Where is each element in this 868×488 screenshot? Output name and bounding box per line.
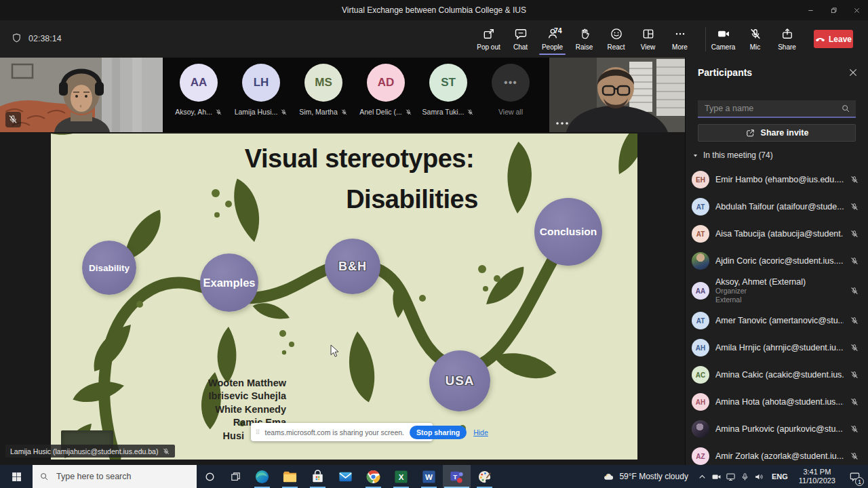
participant-search[interactable] (698, 100, 856, 118)
mic-muted-icon (850, 202, 859, 211)
participant-row[interactable]: AA Aksoy, Ahmet (External) Organizer Ext… (686, 274, 868, 307)
svg-text:W: W (425, 472, 433, 481)
taskbar-app-teams[interactable]: T (443, 465, 471, 488)
teams-icon: T (449, 469, 465, 485)
weather-label: 59°F Mostly cloudy (619, 472, 688, 481)
mic-button[interactable]: Mic (739, 23, 771, 55)
cortana-button[interactable] (197, 465, 222, 488)
filmstrip-tile[interactable]: LH Lamija Husi... (230, 64, 292, 116)
share-button[interactable]: Share (771, 23, 803, 55)
chat-label: Chat (513, 43, 528, 51)
tray-camera-button[interactable] (709, 465, 724, 488)
people-label: People (542, 43, 563, 51)
share-screen-icon (781, 27, 794, 41)
participant-avatar: AC (692, 366, 709, 384)
camera-button[interactable]: Camera (707, 23, 739, 55)
taskbar-app-file-explorer[interactable] (276, 465, 304, 488)
tray-overflow-button[interactable] (695, 465, 709, 488)
view-all-ellipsis-icon: ••• (492, 64, 530, 102)
mic-muted-icon (467, 108, 474, 116)
filmstrip-name-row: Aksoy, Ah... (175, 108, 222, 116)
participant-row[interactable]: AT Amer Tanovic (amertanovic@stu... (686, 307, 868, 334)
taskbar-app-edge[interactable] (248, 465, 276, 488)
popout-label: Pop out (477, 43, 500, 51)
participant-name: Sim, Martha (299, 108, 338, 116)
screen: Virtual Exchange between Columbia Colleg… (0, 0, 868, 488)
start-button[interactable] (0, 465, 33, 488)
cloud-icon (603, 471, 614, 483)
raise-hand-button[interactable]: Raise (568, 23, 600, 55)
tray-volume-button[interactable] (752, 465, 766, 488)
windows-taskbar: X W T (0, 465, 868, 488)
restore-icon (830, 7, 837, 14)
participant-row[interactable]: AH Amina Hota (ahota@student.ius.... (686, 388, 868, 415)
taskbar-search[interactable] (33, 465, 197, 488)
share-invite-button[interactable]: Share invite (698, 124, 856, 142)
taskbar-app-paint[interactable] (471, 465, 498, 488)
clock-date: 11/10/2023 (799, 476, 835, 485)
filmstrip-tile[interactable]: AD Anel Delic (... (355, 64, 417, 116)
taskbar-app-word[interactable]: W (415, 465, 443, 488)
view-all-tile[interactable]: ••• View all (479, 64, 542, 116)
mail-icon (338, 469, 353, 485)
participant-row[interactable]: AC Amina Cakic (acakic@student.ius... (686, 361, 868, 388)
tray-mic-button[interactable] (738, 465, 752, 488)
react-button[interactable]: React (600, 23, 632, 55)
view-button[interactable]: View (632, 23, 664, 55)
language-indicator[interactable]: ENG (766, 472, 793, 481)
svg-text:X: X (399, 472, 404, 481)
mouse-cursor (330, 344, 339, 357)
filmstrip-tile[interactable]: ST Samra Tuki... (417, 64, 479, 116)
webcam-tile-left[interactable] (0, 58, 163, 132)
stop-sharing-button[interactable]: Stop sharing (410, 426, 467, 439)
participant-row[interactable]: AT Abdulah Taifour (ataifour@stude... (686, 193, 868, 220)
mic-muted-icon (162, 447, 170, 455)
taskbar-app-store[interactable] (304, 465, 332, 488)
avatar: AD (367, 64, 405, 102)
leave-button[interactable]: Leave (814, 30, 853, 48)
participant-row[interactable]: Ajdin Coric (acoric@student.ius.... (686, 247, 868, 274)
weather-widget[interactable]: 59°F Mostly cloudy (596, 471, 695, 483)
participant-row[interactable]: Amina Purkovic (apurkovic@stu... (686, 415, 868, 443)
participant-name: Amina Purkovic (apurkovic@stu... (715, 424, 844, 434)
close-panel-icon[interactable] (848, 67, 859, 78)
presenter-name-label: Lamija Husic (lamijahusic@student.ius.ed… (5, 445, 175, 458)
display-icon (726, 472, 736, 482)
participant-name: Samra Tuki... (422, 108, 465, 116)
participant-search-input[interactable] (703, 103, 841, 114)
taskbar-app-excel[interactable]: X (387, 465, 415, 488)
popout-button[interactable]: Pop out (473, 23, 505, 55)
filmstrip-tile[interactable]: MS Sim, Martha (292, 64, 355, 116)
in-meeting-section-header[interactable]: In this meeting (74) (692, 150, 773, 160)
people-count-badge: 74 (554, 26, 562, 35)
taskbar-search-input[interactable] (55, 471, 190, 482)
restore-button[interactable] (822, 0, 845, 20)
taskbar-clock[interactable]: 3:41 PM 11/10/2023 (793, 468, 841, 485)
webcam-tile-right[interactable] (549, 58, 685, 132)
react-smiley-icon (610, 27, 623, 41)
more-button[interactable]: More (664, 23, 696, 55)
react-label: React (607, 43, 625, 51)
minimize-button[interactable] (799, 0, 822, 20)
filmstrip-name-row: Anel Delic (... (359, 108, 412, 116)
drag-handle-icon[interactable]: ⠿ (256, 429, 261, 436)
action-center-button[interactable]: 1 (841, 465, 868, 488)
chrome-icon (366, 469, 381, 485)
participant-row[interactable]: AH Amila Hrnjic (ahrnjic@student.iu... (686, 334, 868, 361)
participant-row[interactable]: EH Emir Hambo (ehambo@ius.edu.... (686, 166, 868, 193)
chat-button[interactable]: Chat (505, 23, 536, 55)
tray-display-button[interactable] (724, 465, 738, 488)
people-button[interactable]: 74 People (536, 23, 568, 55)
mic-muted-icon (850, 343, 859, 352)
participant-text: Amir Zorlak (azorlak@student.iu... (715, 451, 844, 461)
task-view-button[interactable] (222, 465, 248, 488)
filmstrip-tile[interactable]: AA Aksoy, Ah... (167, 64, 230, 116)
participant-row[interactable]: AZ Amir Zorlak (azorlak@student.iu... (686, 443, 868, 465)
close-button[interactable] (845, 0, 868, 20)
toolbar-center: Pop out Chat 74 People Raise React (473, 23, 696, 55)
taskbar-app-mail[interactable] (332, 465, 359, 488)
participant-row[interactable]: AT Aisa Tabucija (atabucija@student... (686, 220, 868, 247)
hide-banner-link[interactable]: Hide (473, 428, 488, 436)
svg-text:T: T (453, 472, 457, 480)
taskbar-app-chrome[interactable] (359, 465, 387, 488)
